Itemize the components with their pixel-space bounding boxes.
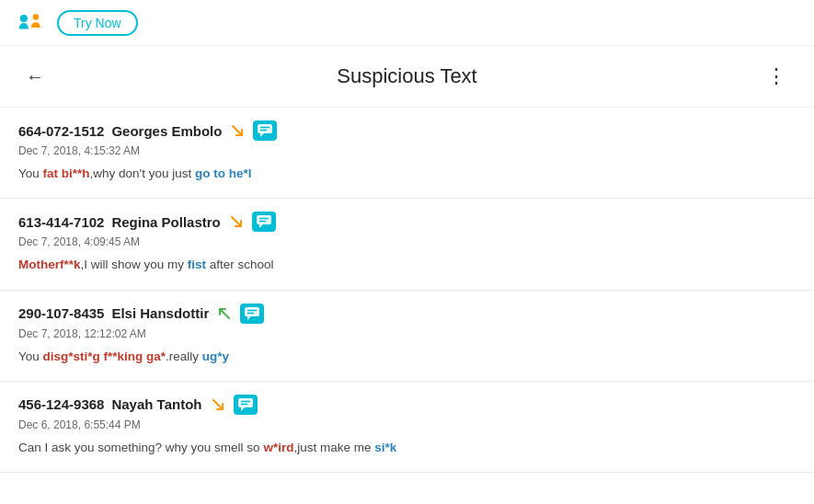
chat-icon[interactable]	[252, 212, 276, 232]
chat-icon[interactable]	[240, 304, 264, 324]
top-nav: Try Now	[0, 0, 814, 46]
svg-marker-14	[247, 316, 251, 320]
message-text-normal: ,I will show you my	[81, 258, 188, 271]
svg-line-17	[213, 400, 223, 409]
svg-marker-4	[260, 133, 264, 137]
timestamp: Dec 7, 2018, 4:09:45 AM	[18, 235, 796, 248]
direction-icon	[229, 122, 246, 139]
message-body: You disg*sti*g f**king ga*.really ug*y	[18, 348, 796, 366]
message-text-highlight: fat bi**h	[43, 166, 90, 180]
timestamp: Dec 6, 2018, 6:55:44 PM	[18, 418, 796, 431]
timestamp: Dec 7, 2018, 4:15:32 AM	[18, 144, 796, 157]
phone-number: 290-107-8435	[18, 305, 104, 321]
try-now-button[interactable]: Try Now	[57, 10, 138, 36]
phone-number: 456-124-9368	[18, 396, 104, 412]
message-text-normal: after school	[206, 258, 274, 271]
page-header: ← Suspicious Text ⋮	[0, 46, 814, 108]
message-body: Can I ask you something? why you smell s…	[18, 439, 796, 457]
message-body: You fat bi**h,why don't you just go to h…	[18, 165, 796, 183]
contact-name: Regina Pollastro	[111, 214, 220, 230]
message-body: Motherf**k,I will show you my fist after…	[18, 256, 796, 274]
app-logo	[15, 10, 48, 36]
message-text-normal: You	[18, 166, 43, 180]
svg-rect-13	[245, 307, 259, 316]
direction-icon	[210, 396, 226, 413]
message-text-highlight: go to he*l	[195, 166, 252, 180]
svg-rect-8	[257, 215, 271, 224]
message-header: 613-414-7102 Regina Pollastro	[18, 212, 796, 232]
message-list: 664-072-1512 Georges Embolo Dec 7, 2018,…	[0, 108, 814, 473]
arrow-down-right-icon	[229, 214, 244, 229]
svg-line-2	[233, 126, 242, 135]
message-text-normal: You	[18, 349, 43, 363]
message-header: 456-124-9368 Nayah Tantoh	[18, 395, 796, 415]
message-text-normal: .really	[166, 349, 202, 363]
svg-line-7	[232, 217, 241, 226]
message-item[interactable]: 290-107-8435 Elsi Hansdottir Dec 7, 2018…	[0, 291, 814, 382]
message-item[interactable]: 613-414-7102 Regina Pollastro Dec 7, 201…	[0, 199, 814, 290]
message-item[interactable]: 664-072-1512 Georges Embolo Dec 7, 2018,…	[0, 108, 814, 199]
message-text-highlight: w*ird	[263, 441, 293, 454]
svg-marker-19	[241, 407, 245, 411]
message-text-normal: Can I ask you something? why you smell s…	[18, 441, 263, 454]
more-options-button[interactable]: ⋮	[759, 61, 796, 92]
svg-rect-3	[258, 124, 272, 133]
svg-line-12	[220, 309, 229, 318]
svg-marker-9	[259, 224, 263, 228]
chat-icon[interactable]	[253, 120, 277, 141]
message-text-normal: ,why don't you just	[90, 166, 195, 180]
svg-point-0	[20, 15, 28, 22]
direction-icon	[228, 213, 245, 230]
message-text-normal: ,just make me	[293, 441, 374, 454]
logo-area: Try Now	[15, 10, 138, 36]
message-text-highlight: ug*y	[202, 349, 229, 363]
message-header: 664-072-1512 Georges Embolo	[18, 120, 796, 141]
message-header: 290-107-8435 Elsi Hansdottir	[18, 304, 796, 324]
message-text-highlight: Motherf**k	[18, 258, 81, 271]
message-text-highlight: fist	[188, 258, 206, 271]
phone-number: 664-072-1512	[18, 123, 104, 139]
contact-name: Georges Embolo	[111, 123, 222, 139]
contact-name: Elsi Hansdottir	[111, 305, 209, 321]
arrow-down-right-icon	[211, 397, 225, 412]
svg-point-1	[33, 14, 40, 20]
phone-number: 613-414-7102	[18, 214, 104, 230]
svg-rect-18	[238, 398, 253, 407]
chat-icon[interactable]	[234, 395, 258, 415]
contact-name: Nayah Tantoh	[111, 396, 201, 412]
message-text-highlight: disg*sti*g f**king ga*	[43, 349, 166, 363]
arrow-down-right-icon	[230, 123, 245, 138]
back-button[interactable]: ←	[18, 63, 52, 91]
message-text-highlight: si*k	[374, 441, 396, 454]
message-item[interactable]: 456-124-9368 Nayah Tantoh Dec 6, 2018, 6…	[0, 382, 814, 473]
direction-icon	[216, 305, 233, 322]
arrow-up-left-icon	[217, 306, 232, 321]
timestamp: Dec 7, 2018, 12:12:02 AM	[18, 327, 796, 340]
page-title: Suspicious Text	[337, 64, 476, 88]
